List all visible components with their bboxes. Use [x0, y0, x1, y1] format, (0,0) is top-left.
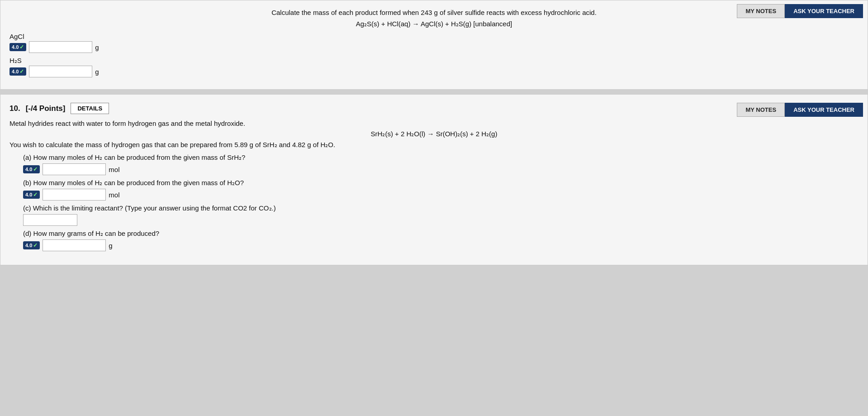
part-d-section: (d) How many grams of H₂ can be produced…: [23, 230, 859, 251]
part-c-label: (c) Which is the limiting reactant? (Typ…: [23, 204, 859, 212]
agcl-label: AgCl: [9, 33, 859, 40]
top-ask-teacher-button[interactable]: ASK YOUR TEACHER: [785, 4, 863, 18]
question10-section: 10. [-/4 Points] DETAILS MY NOTES ASK YO…: [0, 94, 868, 265]
part-a-unit: mol: [109, 166, 119, 173]
top-section: MY NOTES ASK YOUR TEACHER Calculate the …: [0, 0, 868, 90]
part-a-label: (a) How many moles of H₂ can be produced…: [23, 153, 859, 162]
q10-ask-teacher-button[interactable]: ASK YOUR TEACHER: [785, 103, 863, 117]
part-b-badge-value: 4.0: [25, 192, 32, 197]
part-b-input[interactable]: [43, 189, 106, 201]
h2s-answer-input[interactable]: [29, 66, 92, 77]
part-d-label: (d) How many grams of H₂ can be produced…: [23, 230, 859, 238]
problem-text-top: Calculate the mass of each product forme…: [9, 9, 859, 16]
part-b-input-row: 4.0 ✓ mol: [23, 189, 859, 201]
part-a-badge-value: 4.0: [25, 167, 32, 172]
part-d-badge-value: 4.0: [25, 243, 32, 248]
q10-problem-text: Metal hydrides react with water to form …: [9, 120, 859, 127]
h2s-check-mark: ✓: [19, 68, 24, 75]
top-my-notes-button[interactable]: MY NOTES: [737, 4, 785, 18]
h2s-label: H₂S: [9, 57, 859, 65]
q10-my-notes-button[interactable]: MY NOTES: [737, 103, 785, 117]
h2s-unit: g: [95, 68, 99, 76]
agcl-badge-value: 4.0: [12, 44, 19, 50]
q10-equation: SrH₂(s) + 2 H₂O(l) → Sr(OH)₂(s) + 2 H₂(g…: [9, 130, 859, 138]
part-b-label: (b) How many moles of H₂ can be produced…: [23, 179, 859, 187]
part-a-check: ✓: [33, 166, 38, 172]
q10-buttons: MY NOTES ASK YOUR TEACHER: [737, 103, 863, 117]
q10-you-wish-text: You wish to calculate the mass of hydrog…: [9, 141, 859, 149]
part-a-input-row: 4.0 ✓ mol: [23, 163, 859, 175]
part-d-badge: 4.0 ✓: [23, 241, 40, 249]
agcl-check-mark: ✓: [19, 44, 24, 50]
page-wrapper: MY NOTES ASK YOUR TEACHER Calculate the …: [0, 0, 868, 416]
agcl-unit: g: [95, 43, 99, 51]
part-c-section: (c) Which is the limiting reactant? (Typ…: [23, 204, 859, 226]
part-d-check: ✓: [33, 242, 38, 249]
part-b-section: (b) How many moles of H₂ can be produced…: [23, 179, 859, 201]
part-b-unit: mol: [109, 191, 119, 199]
part-c-input-row: [23, 214, 859, 226]
part-a-badge: 4.0 ✓: [23, 165, 40, 173]
question10-number: 10.: [9, 104, 20, 113]
part-c-input[interactable]: [23, 214, 77, 226]
part-b-check: ✓: [33, 191, 38, 198]
part-d-input-row: 4.0 ✓ g: [23, 239, 859, 251]
equation-top: Ag₂S(s) + HCl(aq) → AgCl(s) + H₂S(g) [un…: [9, 20, 859, 28]
part-a-section: (a) How many moles of H₂ can be produced…: [23, 153, 859, 175]
h2s-badge-value: 4.0: [12, 69, 19, 74]
question10-points: [-/4 Points]: [26, 104, 66, 113]
agcl-answer-input[interactable]: [29, 41, 92, 53]
top-buttons: MY NOTES ASK YOUR TEACHER: [737, 4, 863, 18]
agcl-sigfig-badge: 4.0 ✓: [9, 43, 26, 51]
h2s-sigfig-badge: 4.0 ✓: [9, 67, 26, 76]
part-a-input[interactable]: [43, 163, 106, 175]
question10-header: 10. [-/4 Points] DETAILS: [9, 103, 859, 114]
part-b-badge: 4.0 ✓: [23, 191, 40, 199]
part-d-input[interactable]: [43, 239, 106, 251]
h2s-input-row: 4.0 ✓ g: [9, 66, 859, 77]
details-button[interactable]: DETAILS: [71, 103, 109, 114]
agcl-input-row: 4.0 ✓ g: [9, 41, 859, 53]
part-d-unit: g: [109, 242, 112, 249]
